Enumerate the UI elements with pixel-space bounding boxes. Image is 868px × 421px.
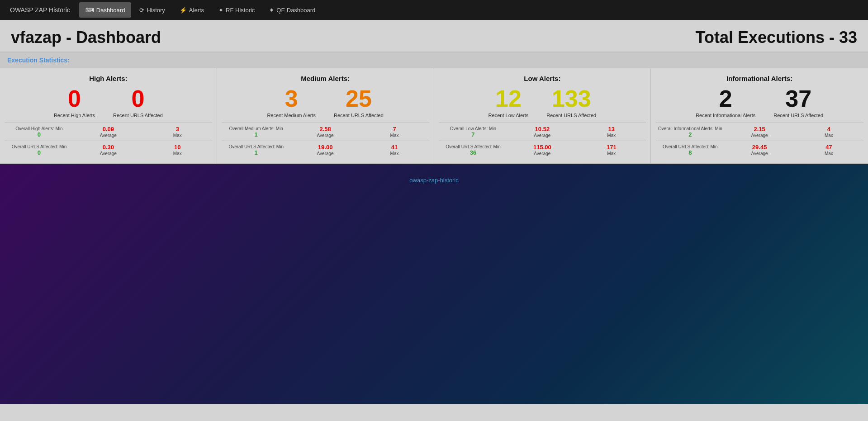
panel-medium: Medium Alerts: 3 Recent Medium Alerts 25… — [217, 68, 434, 163]
nav-dashboard[interactable]: ⌨ Dashboard — [79, 2, 132, 18]
panel-title-informational: Informational Alerts: — [655, 75, 863, 82]
row-val2-high-1: 10 — [143, 144, 212, 151]
row-val0-low-1: 36 — [439, 149, 508, 156]
row-val1-medium-0: 2.58 — [291, 126, 360, 132]
big-value-medium-1: 25 — [334, 86, 384, 112]
alerts-icon: ⚡ — [180, 7, 187, 14]
row-val2-low-0: 13 — [577, 126, 646, 132]
execution-statistics-label: Execution Statistics: — [7, 57, 70, 64]
page-header: vfazap - Dashboard Total Executions - 33 — [0, 20, 868, 52]
row-sub1-low-0: Average — [508, 133, 577, 138]
nav-alerts[interactable]: ⚡ Alerts — [173, 2, 210, 18]
row-sub1-medium-1: Average — [291, 151, 360, 156]
row-label-low-1: Overall URLS Affected: Min — [439, 144, 508, 149]
big-value-high-1: 0 — [113, 86, 163, 112]
footer-link[interactable]: owasp-zap-historic — [409, 177, 458, 184]
qe-icon: ✶ — [269, 7, 274, 14]
nav-qe-dashboard[interactable]: ✶ QE Dashboard — [263, 2, 322, 18]
nav-qe-dashboard-label: QE Dashboard — [276, 7, 315, 14]
row-val2-low-1: 171 — [577, 144, 646, 151]
row-sub1-informational-1: Average — [725, 151, 794, 156]
nav-dashboard-label: Dashboard — [96, 7, 125, 14]
dashboard-icon: ⌨ — [85, 7, 94, 14]
row-val2-high-0: 3 — [143, 126, 212, 132]
big-sublabel-low-1: Recent URLS Affected — [546, 113, 596, 118]
stats-grid: High Alerts: 0 Recent High Alerts 0 Rece… — [0, 68, 868, 164]
row-val0-medium-0: 1 — [222, 131, 291, 138]
row-label-informational-1: Overall URLS Affected: Min — [655, 144, 725, 149]
big-sublabel-informational-0: Recent Informational Alerts — [696, 113, 755, 118]
nav-rf-historic[interactable]: ✦ RF Historic — [212, 2, 261, 18]
row-val0-informational-1: 8 — [655, 149, 725, 156]
row-val2-informational-0: 4 — [794, 126, 863, 132]
row-val0-informational-0: 2 — [655, 131, 725, 138]
row-sub2-informational-0: Max — [794, 133, 863, 138]
row-sub2-high-0: Max — [143, 133, 212, 138]
nav-history[interactable]: ⟳ History — [133, 2, 171, 18]
panel-high: High Alerts: 0 Recent High Alerts 0 Rece… — [0, 68, 217, 163]
row-val0-high-1: 0 — [5, 149, 74, 156]
total-executions: Total Executions - 33 — [696, 28, 857, 47]
row-label-high-0: Overall High Alerts: Min — [5, 126, 74, 131]
row-sub1-medium-0: Average — [291, 133, 360, 138]
big-value-low-1: 133 — [546, 86, 596, 112]
panel-low: Low Alerts: 12 Recent Low Alerts 133 Rec… — [434, 68, 651, 163]
stats-row-medium-0: Overall Medium Alerts: Min 1 2.58 Averag… — [222, 126, 429, 138]
rf-icon: ✦ — [218, 7, 223, 14]
row-val1-informational-1: 29.45 — [725, 144, 794, 151]
panel-title-low: Low Alerts: — [439, 75, 646, 82]
nav-history-label: History — [147, 7, 165, 14]
navbar: OWASP ZAP Historic ⌨ Dashboard ⟳ History… — [0, 0, 868, 20]
stats-row-informational-0: Overall Informational Alerts: Min 2 2.15… — [655, 126, 863, 138]
navbar-brand: OWASP ZAP Historic — [5, 6, 76, 14]
big-sublabel-informational-1: Recent URLS Affected — [773, 113, 823, 118]
big-sublabel-high-0: Recent High Alerts — [54, 113, 95, 118]
stats-row-high-1: Overall URLS Affected: Min 0 0.30 Averag… — [5, 144, 212, 156]
row-val1-informational-0: 2.15 — [725, 126, 794, 132]
stats-row-low-0: Overall Low Alerts: Min 7 10.52 Average … — [439, 126, 646, 138]
section-header: Execution Statistics: — [0, 52, 868, 68]
big-num-high-1: 0 Recent URLS Affected — [113, 86, 163, 118]
row-label-medium-0: Overall Medium Alerts: Min — [222, 126, 291, 131]
stats-row-low-1: Overall URLS Affected: Min 36 115.00 Ave… — [439, 144, 646, 156]
big-num-high-0: 0 Recent High Alerts — [54, 86, 95, 118]
history-icon: ⟳ — [139, 7, 144, 14]
row-val1-high-1: 0.30 — [74, 144, 143, 151]
row-sub2-medium-0: Max — [360, 133, 429, 138]
row-sub1-high-1: Average — [74, 151, 143, 156]
footer-area: owasp-zap-historic — [0, 164, 868, 404]
row-val1-high-0: 0.09 — [74, 126, 143, 132]
big-value-high-0: 0 — [54, 86, 95, 112]
row-label-medium-1: Overall URLS Affected: Min — [222, 144, 291, 149]
nav-rf-historic-label: RF Historic — [226, 7, 255, 14]
big-num-informational-0: 2 Recent Informational Alerts — [696, 86, 755, 118]
big-value-informational-0: 2 — [696, 86, 755, 112]
row-val0-low-0: 7 — [439, 131, 508, 138]
row-sub1-low-1: Average — [508, 151, 577, 156]
stats-row-high-0: Overall High Alerts: Min 0 0.09 Average … — [5, 126, 212, 138]
row-sub2-high-1: Max — [143, 151, 212, 156]
big-num-medium-1: 25 Recent URLS Affected — [334, 86, 384, 118]
row-sub1-informational-0: Average — [725, 133, 794, 138]
stats-row-medium-1: Overall URLS Affected: Min 1 19.00 Avera… — [222, 144, 429, 156]
panel-informational: Informational Alerts: 2 Recent Informati… — [651, 68, 868, 163]
page-title: vfazap - Dashboard — [11, 28, 161, 47]
row-sub1-high-0: Average — [74, 133, 143, 138]
big-num-low-1: 133 Recent URLS Affected — [546, 86, 596, 118]
row-val0-medium-1: 1 — [222, 149, 291, 156]
row-val2-medium-1: 41 — [360, 144, 429, 151]
row-val1-low-1: 115.00 — [508, 144, 577, 151]
big-num-low-0: 12 Recent Low Alerts — [489, 86, 529, 118]
row-sub2-informational-1: Max — [794, 151, 863, 156]
row-label-high-1: Overall URLS Affected: Min — [5, 144, 74, 149]
big-sublabel-low-0: Recent Low Alerts — [489, 113, 529, 118]
row-val1-medium-1: 19.00 — [291, 144, 360, 151]
big-sublabel-high-1: Recent URLS Affected — [113, 113, 163, 118]
row-val0-high-0: 0 — [5, 131, 74, 138]
row-val2-medium-0: 7 — [360, 126, 429, 132]
nav-alerts-label: Alerts — [189, 7, 204, 14]
stats-row-informational-1: Overall URLS Affected: Min 8 29.45 Avera… — [655, 144, 863, 156]
row-sub2-medium-1: Max — [360, 151, 429, 156]
scrollbar-area[interactable] — [0, 404, 868, 411]
panel-title-high: High Alerts: — [5, 75, 212, 82]
